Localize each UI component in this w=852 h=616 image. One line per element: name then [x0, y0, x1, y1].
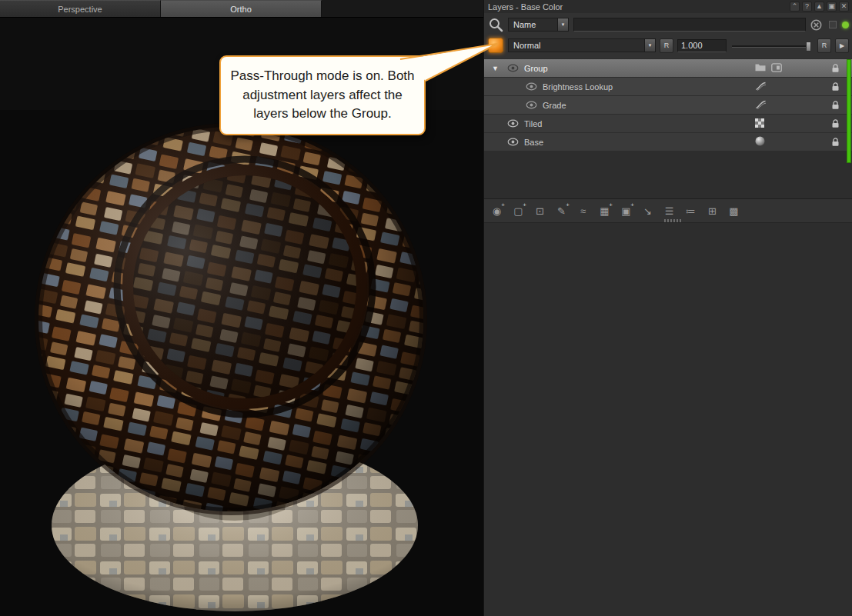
layer-name: Brightness Lookup: [543, 82, 613, 92]
toolbar-drag-grip[interactable]: [664, 219, 681, 222]
status-indicator-dot: [842, 22, 849, 28]
duplicate-layer-icon[interactable]: ⊡: [530, 202, 550, 219]
visibility-eye-icon[interactable]: [507, 119, 519, 128]
chevron-down-icon[interactable]: ▾: [644, 38, 656, 52]
lock-icon[interactable]: [831, 82, 840, 92]
pass-through-indicator-icon[interactable]: [488, 38, 503, 53]
layer-row-brightness-lookup[interactable]: Brightness Lookup: [484, 78, 852, 95]
blend-mode-value: Normal: [508, 38, 644, 52]
visibility-eye-icon[interactable]: [507, 64, 519, 72]
share-layer-icon[interactable]: ⊞: [703, 202, 722, 219]
channel-grid-icon[interactable]: ▩: [724, 202, 743, 219]
add-pattern-icon[interactable]: ▦ +: [595, 202, 614, 219]
sphere-icon: [755, 136, 765, 148]
layer-name: Tiled: [524, 119, 542, 128]
layer-name: Grade: [543, 101, 566, 110]
lock-icon[interactable]: [831, 138, 840, 147]
panel-window-controls: ⌃?▲▣✕: [790, 2, 849, 12]
filter-field-dropdown[interactable]: Name ▾: [508, 18, 569, 32]
selection-color-bar: [847, 59, 851, 163]
layer-search-row: Name ▾: [488, 15, 849, 34]
detach-icon[interactable]: ⌃: [790, 2, 800, 12]
close-icon[interactable]: ✕: [839, 2, 849, 12]
blend-mode-dropdown[interactable]: Normal ▾: [508, 38, 656, 52]
panel-controls: Name ▾ Normal ▾ R: [484, 13, 852, 58]
layer-row-tiled[interactable]: Tiled: [484, 115, 852, 132]
add-layer-icon[interactable]: ▢ +: [509, 202, 528, 219]
visibility-eye-icon[interactable]: [526, 82, 537, 91]
adjustment-curve-icon: [755, 100, 767, 111]
layer-name: Group: [524, 64, 548, 73]
lock-icon[interactable]: [831, 101, 840, 110]
layers-panel: Layers - Base Color ⌃?▲▣✕ Name ▾: [483, 0, 852, 616]
blend-amount-slider[interactable]: [732, 39, 812, 52]
layer-filter-input[interactable]: [573, 18, 806, 32]
layers-panel-header: Layers - Base Color ⌃?▲▣✕: [484, 0, 852, 13]
slider-track: [732, 45, 809, 48]
add-adjustment-icon[interactable]: ◉ +: [487, 202, 506, 219]
lock-icon[interactable]: [831, 119, 840, 128]
layer-stack-icon[interactable]: ☰: [660, 202, 679, 219]
chevron-down-icon[interactable]: ▾: [557, 18, 569, 32]
tab-ortho[interactable]: Ortho: [161, 0, 322, 17]
layer-row-grade[interactable]: Grade: [484, 96, 852, 114]
pass-through-callout: Pass-Through mode is on. Both adjustment…: [219, 55, 426, 135]
layer-name: Base: [524, 138, 543, 147]
add-group-icon[interactable]: ▣ +: [616, 202, 636, 219]
mari-app: Perspective Ortho: [0, 0, 852, 616]
add-gradient-icon[interactable]: ≈: [573, 202, 593, 219]
clear-filter-icon[interactable]: [810, 19, 822, 31]
viewport-tab-bar: Perspective Ortho: [0, 0, 483, 18]
float-icon[interactable]: ▣: [827, 2, 837, 12]
search-icon[interactable]: [488, 17, 505, 32]
add-procedural-icon[interactable]: ✎ +: [552, 202, 571, 219]
visibility-eye-icon[interactable]: [526, 101, 537, 109]
layer-row-base[interactable]: Base: [484, 133, 852, 151]
merge-down-icon[interactable]: ↘: [638, 202, 657, 219]
blend-amount-field[interactable]: [677, 39, 727, 52]
reset-blend-button[interactable]: R: [660, 38, 673, 53]
tab-perspective[interactable]: Perspective: [0, 0, 161, 17]
filter-toggle-square[interactable]: [829, 21, 837, 28]
help-icon[interactable]: ?: [802, 2, 812, 12]
mask-stack-icon: [771, 63, 782, 74]
layer-list: ▼ Group Brightness Lookup: [484, 58, 852, 198]
checkerboard-icon: [755, 118, 764, 129]
visibility-eye-icon[interactable]: [507, 138, 519, 146]
group-expander-icon[interactable]: ▼: [492, 65, 507, 72]
blend-controls-row: Normal ▾ R R ▶: [488, 36, 849, 55]
lock-icon[interactable]: [831, 64, 840, 73]
folder-icon: [755, 63, 766, 73]
reset-amount-button[interactable]: R: [817, 38, 831, 53]
panel-empty-area: [484, 222, 852, 616]
layer-toolbar: ◉ + ▢ + ⊡ ✎ + ≈ ▦ + ▣: [484, 198, 852, 222]
panel-title: Layers - Base Color: [488, 2, 790, 12]
layer-row-group[interactable]: ▼ Group: [484, 59, 852, 77]
filter-field-value: Name: [508, 18, 557, 32]
slider-handle[interactable]: [806, 42, 811, 52]
adjustment-curve-icon: [755, 82, 767, 92]
play-button[interactable]: ▶: [835, 38, 849, 53]
shade-icon[interactable]: ▲: [814, 2, 824, 12]
flatten-icon[interactable]: ≔: [681, 202, 700, 219]
